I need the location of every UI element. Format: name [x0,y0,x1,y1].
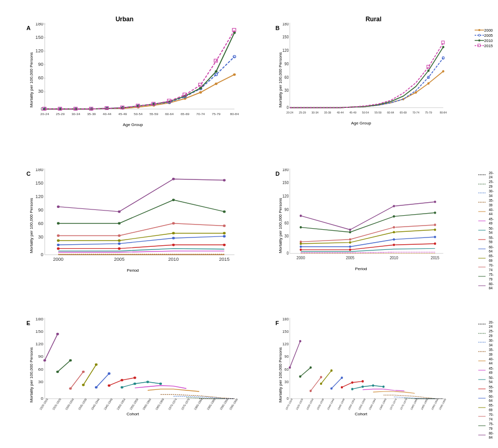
svg-point-64 [199,87,202,89]
svg-point-239 [95,363,98,366]
svg-text:120: 120 [282,193,289,198]
svg-text:120: 120 [35,194,43,199]
svg-text:30-34: 30-34 [72,112,80,116]
svg-point-287 [289,366,291,369]
svg-point-299 [362,380,364,383]
svg-text:1980-1984: 1980-1984 [410,398,419,410]
svg-text:1985-1989: 1985-1989 [421,398,429,410]
svg-text:1930-1934: 1930-1934 [64,398,75,410]
svg-text:1940-1944: 1940-1944 [90,398,101,410]
svg-point-195 [300,242,302,245]
svg-text:1965-1969: 1965-1969 [379,398,387,410]
panel-b-legend: 2000 2005 2010 2015 [475,28,493,49]
svg-point-233 [56,332,59,335]
svg-text:60: 60 [38,367,43,371]
svg-text:2000: 2000 [297,255,306,260]
svg-text:1960-1964: 1960-1964 [142,398,152,410]
panel-d-svg: 180 150 120 90 60 30 0 2000 2005 2010 20… [273,169,449,265]
svg-point-190 [434,211,436,214]
svg-point-297 [341,386,343,388]
svg-text:1930-1934: 1930-1934 [306,398,314,410]
svg-point-133 [57,205,60,208]
svg-point-39 [215,82,217,85]
panel-b-svg: 180 150 120 90 60 30 0 20-24 25-29 30-34… [273,23,449,120]
svg-text:1945-1949: 1945-1949 [103,398,114,410]
svg-point-204 [349,248,351,251]
panel-c: C Mortality per 100,000 Persons 180 150 … [0,149,249,299]
svg-text:50-54: 50-54 [134,112,143,116]
svg-text:2005: 2005 [346,255,354,260]
svg-text:70-74: 70-74 [412,111,419,114]
svg-point-138 [118,222,120,225]
svg-point-154 [118,247,120,250]
svg-point-196 [349,241,351,244]
svg-text:180: 180 [282,23,289,26]
svg-point-242 [108,384,110,387]
svg-text:1975-1979: 1975-1979 [181,398,191,410]
svg-text:1950-1954: 1950-1954 [348,398,356,410]
svg-text:40-44: 40-44 [103,112,112,116]
svg-text:180: 180 [35,23,43,26]
svg-point-302 [372,384,374,387]
svg-text:60: 60 [38,75,43,80]
svg-point-148 [223,232,226,234]
legend-2000: 2000 [484,28,493,33]
svg-point-151 [172,236,175,239]
svg-point-206 [434,242,436,245]
svg-point-291 [310,389,312,392]
svg-point-155 [172,243,175,246]
panel-b: Rural B Mortality per 100,000 Persons 20… [249,0,498,149]
svg-point-38 [199,91,202,93]
svg-point-149 [57,243,60,246]
svg-point-111 [427,82,430,85]
svg-text:1970-1974: 1970-1974 [168,398,178,410]
svg-point-237 [82,370,85,373]
svg-text:180: 180 [35,169,43,172]
svg-text:90: 90 [38,62,43,67]
svg-text:2015: 2015 [431,255,439,260]
svg-text:35-39: 35-39 [324,111,331,114]
svg-text:1935-1939: 1935-1939 [77,398,88,410]
svg-point-156 [223,243,226,246]
svg-text:70-74: 70-74 [196,112,205,116]
svg-point-152 [223,235,226,237]
svg-point-137 [57,222,60,225]
panel-e-xlabel: Cohort [24,412,241,416]
svg-text:2005: 2005 [114,257,125,262]
panel-a-svg: 180 150 120 90 60 30 0 20-24 25 [24,23,241,121]
svg-text:2015: 2015 [219,257,229,262]
svg-text:150: 150 [282,329,288,333]
svg-text:1935-1939: 1935-1939 [316,398,325,410]
svg-point-193 [393,226,395,229]
svg-text:30: 30 [38,234,43,240]
svg-point-301 [362,385,364,388]
svg-text:90: 90 [38,354,43,358]
svg-text:75-79: 75-79 [212,112,220,116]
svg-text:25-29: 25-29 [299,111,306,114]
svg-point-85 [478,39,480,41]
svg-point-240 [95,386,98,388]
svg-point-81 [478,29,480,31]
svg-text:2000: 2000 [53,257,63,262]
svg-text:180: 180 [282,169,289,172]
svg-text:120: 120 [35,341,43,346]
svg-point-183 [300,214,302,217]
svg-text:0: 0 [40,396,43,400]
legend-2010: 2010 [484,38,493,43]
svg-point-150 [118,242,120,245]
svg-text:1970-1974: 1970-1974 [389,398,397,410]
panel-d-xlabel: Period [273,267,449,271]
svg-text:1980-1984: 1980-1984 [193,398,203,410]
svg-point-246 [133,382,136,385]
svg-text:0: 0 [40,252,43,257]
panel-f-legend: 20-24 25-29 30-34 35-39 40-44 45-49 50-5… [478,320,494,441]
svg-text:0: 0 [286,250,289,255]
svg-text:1995-1999: 1995-1999 [228,398,239,410]
svg-text:25-29: 25-29 [56,112,65,116]
svg-text:150: 150 [35,35,43,40]
panel-e: E Mortality per 100,000 Persons 180 150 … [0,299,249,448]
svg-text:1955-1959: 1955-1959 [358,398,366,410]
svg-point-145 [57,239,60,242]
svg-text:1990-1994: 1990-1994 [219,398,229,410]
svg-text:90: 90 [284,61,289,66]
